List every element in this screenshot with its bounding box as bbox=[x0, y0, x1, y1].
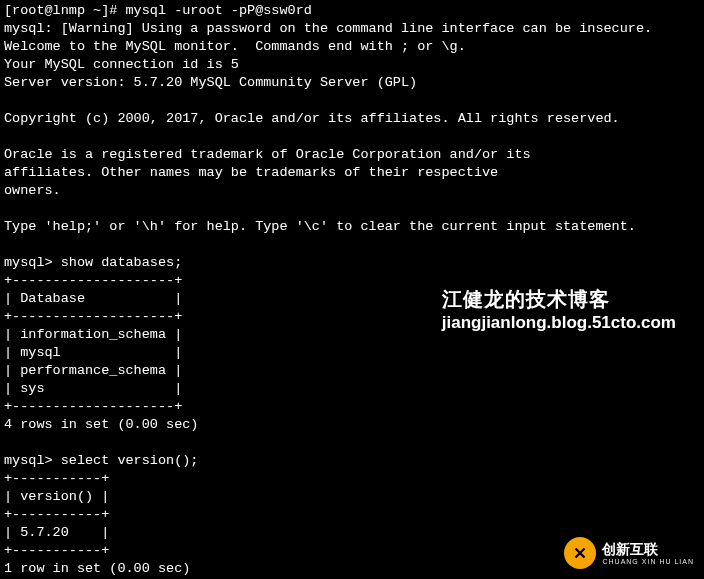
watermark: 江健龙的技术博客 jiangjianlong.blog.51cto.com bbox=[442, 290, 676, 332]
watermark-title: 江健龙的技术博客 bbox=[442, 290, 676, 308]
logo-pinyin: CHUANG XIN HU LIAN bbox=[602, 558, 694, 565]
logo-text: 创新互联 CHUANG XIN HU LIAN bbox=[602, 542, 694, 565]
logo-icon bbox=[564, 537, 596, 569]
logo-cn: 创新互联 bbox=[602, 542, 694, 556]
watermark-url: jiangjianlong.blog.51cto.com bbox=[442, 314, 676, 332]
corner-logo: 创新互联 CHUANG XIN HU LIAN bbox=[564, 537, 694, 569]
